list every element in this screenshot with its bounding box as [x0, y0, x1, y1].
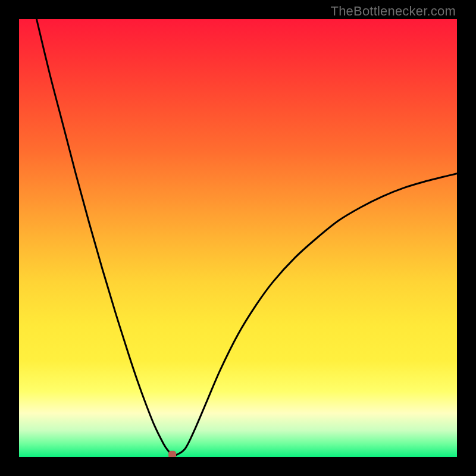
- min-marker: [168, 451, 176, 457]
- bottleneck-curve: [36, 19, 457, 455]
- plot-area: [19, 19, 457, 457]
- chart-stage: TheBottleneсker.com: [0, 0, 476, 476]
- watermark-text: TheBottleneсker.com: [331, 4, 456, 19]
- curve-layer: [19, 19, 457, 457]
